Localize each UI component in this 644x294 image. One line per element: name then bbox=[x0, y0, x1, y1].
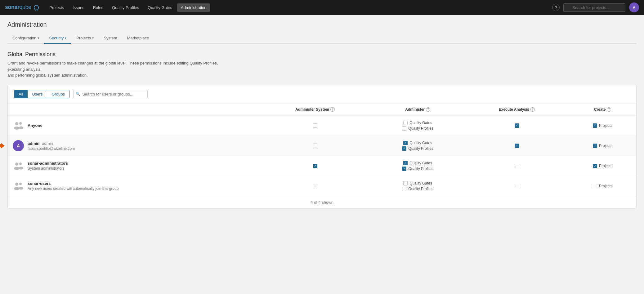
quality-profiles-checkbox-sonar-users[interactable] bbox=[402, 187, 406, 191]
chevron-down-icon: ▾ bbox=[92, 36, 94, 40]
logo[interactable]: sonarqube bbox=[5, 4, 39, 11]
administer-system-checkbox-anyone[interactable] bbox=[313, 123, 317, 128]
nav-right: ? 🔍 A bbox=[552, 2, 639, 12]
execute-analysis-help-icon[interactable]: ? bbox=[530, 107, 535, 112]
svg-point-9 bbox=[15, 183, 18, 186]
filter-button-group: All Users Groups bbox=[14, 90, 69, 98]
content-area: Global Permissions Grant and revoke perm… bbox=[7, 44, 637, 216]
nav-quality-profiles[interactable]: Quality Profiles bbox=[108, 3, 143, 12]
entity-sub: System administrators bbox=[28, 166, 68, 171]
create-cell-sonar-users: Projects bbox=[569, 176, 636, 196]
quality-gates-checkbox-sonar-users[interactable] bbox=[403, 181, 408, 185]
subnav-projects[interactable]: Projects ▾ bbox=[71, 33, 99, 44]
create-projects-checkbox-anyone[interactable] bbox=[593, 123, 597, 128]
help-button[interactable]: ? bbox=[552, 4, 560, 11]
table-row: A admin admin fabian.portillo@wizeline.c… bbox=[8, 136, 636, 156]
administer-help-icon[interactable]: ? bbox=[426, 107, 430, 112]
search-icon: 🔍 bbox=[76, 92, 80, 96]
arrow-indicator bbox=[0, 143, 5, 149]
col-administer-system: Administer System ? bbox=[259, 104, 371, 116]
subnav-system[interactable]: System bbox=[99, 33, 122, 44]
quality-gates-checkbox-admin[interactable] bbox=[403, 141, 408, 145]
filter-groups-button[interactable]: Groups bbox=[47, 90, 69, 98]
quality-profiles-checkbox-admin[interactable] bbox=[402, 146, 406, 151]
subnav-security[interactable]: Security ▾ bbox=[44, 33, 71, 44]
create-cell-admin: Projects bbox=[569, 136, 636, 156]
table-row: sonar-administrators System administrato… bbox=[8, 156, 636, 176]
entity-col-sonar-users: sonar-users Any new users created will a… bbox=[8, 176, 259, 196]
users-groups-search-input[interactable] bbox=[73, 90, 148, 98]
user-avatar[interactable]: A bbox=[629, 2, 639, 12]
administer-system-checkbox-sonar-admins[interactable] bbox=[313, 164, 317, 168]
svg-point-5 bbox=[15, 163, 18, 166]
nav-projects[interactable]: Projects bbox=[46, 3, 68, 12]
group-icon bbox=[13, 120, 24, 131]
subnav: Configuration ▾ Security ▾ Projects ▾ Sy… bbox=[7, 33, 637, 44]
administer-cell-anyone: Quality Gates Quality Profiles bbox=[371, 115, 464, 136]
table-row: sonar-users Any new users created will a… bbox=[8, 176, 636, 196]
entity-name: sonar-users bbox=[28, 181, 119, 186]
entity-email: fabian.portillo@wizeline.com bbox=[28, 146, 75, 151]
administer-system-cell-anyone bbox=[259, 115, 371, 136]
execute-analysis-cell-sonar-users bbox=[464, 176, 569, 196]
svg-point-0 bbox=[15, 122, 18, 125]
execute-analysis-cell-anyone bbox=[464, 115, 569, 136]
administer-system-cell-sonar-admins bbox=[259, 156, 371, 176]
group-icon bbox=[13, 180, 24, 192]
entity-col-sonar-administrators: sonar-administrators System administrato… bbox=[8, 156, 259, 176]
create-projects-checkbox-sonar-admins[interactable] bbox=[593, 164, 597, 168]
page-title: Administration bbox=[7, 21, 637, 28]
quality-profiles-checkbox-anyone[interactable] bbox=[402, 126, 406, 131]
section-description: Grant and revoke permissions to make cha… bbox=[7, 60, 225, 78]
svg-point-2 bbox=[19, 122, 22, 125]
administer-cell-admin: Quality Gates Quality Profiles bbox=[371, 136, 464, 156]
create-cell-anyone: Projects bbox=[569, 115, 636, 136]
nav-administration[interactable]: Administration bbox=[177, 3, 210, 12]
subnav-marketplace[interactable]: Marketplace bbox=[122, 33, 154, 44]
section-title: Global Permissions bbox=[7, 51, 637, 58]
execute-analysis-checkbox-sonar-users[interactable] bbox=[515, 184, 519, 188]
svg-point-10 bbox=[14, 187, 20, 190]
quality-gates-checkbox-anyone[interactable] bbox=[403, 121, 408, 125]
table-toolbar: All Users Groups 🔍 bbox=[8, 85, 636, 104]
svg-point-12 bbox=[19, 187, 23, 189]
group-icon bbox=[13, 160, 24, 172]
global-search-container: 🔍 bbox=[563, 3, 625, 12]
global-search-input[interactable] bbox=[563, 3, 625, 12]
administer-cell-sonar-admins: Quality Gates Quality Profiles bbox=[371, 156, 464, 176]
nav-issues[interactable]: Issues bbox=[69, 3, 88, 12]
entity-name: sonar-administrators bbox=[28, 161, 68, 166]
admin-avatar: A bbox=[13, 140, 24, 151]
svg-point-6 bbox=[14, 167, 20, 170]
create-help-icon[interactable]: ? bbox=[607, 107, 611, 112]
permissions-table: Administer System ? Administer ? bbox=[8, 104, 636, 196]
quality-profiles-checkbox-sonar-admins[interactable] bbox=[402, 167, 406, 171]
filter-all-button[interactable]: All bbox=[14, 90, 28, 98]
administer-system-help-icon[interactable]: ? bbox=[330, 107, 335, 112]
administer-cell-sonar-users: Quality Gates Quality Profiles bbox=[371, 176, 464, 196]
nav-quality-gates[interactable]: Quality Gates bbox=[144, 3, 176, 12]
svg-point-11 bbox=[19, 183, 22, 185]
subnav-configuration[interactable]: Configuration ▾ bbox=[7, 33, 44, 44]
execute-analysis-checkbox-anyone[interactable] bbox=[515, 123, 519, 128]
col-execute-analysis: Execute Analysis ? bbox=[464, 104, 569, 116]
administer-system-checkbox-sonar-users[interactable] bbox=[313, 184, 317, 188]
nav-rules[interactable]: Rules bbox=[89, 3, 107, 12]
permissions-table-card: All Users Groups 🔍 Administer Sy bbox=[7, 85, 637, 209]
entity-col-anyone: Anyone bbox=[8, 115, 259, 136]
execute-analysis-checkbox-admin[interactable] bbox=[515, 144, 519, 148]
filter-users-button[interactable]: Users bbox=[28, 90, 47, 98]
quality-gates-checkbox-sonar-admins[interactable] bbox=[403, 161, 408, 165]
execute-analysis-checkbox-sonar-admins[interactable] bbox=[515, 164, 519, 168]
logo-icon bbox=[33, 5, 39, 11]
top-navigation: sonarqube Projects Issues Rules Quality … bbox=[0, 0, 644, 15]
svg-marker-4 bbox=[0, 143, 5, 149]
create-projects-checkbox-admin[interactable] bbox=[593, 144, 597, 148]
col-administer: Administer ? bbox=[371, 104, 464, 116]
svg-point-8 bbox=[19, 167, 23, 169]
page-container: Administration Configuration ▾ Security … bbox=[0, 15, 644, 222]
create-projects-checkbox-sonar-users[interactable] bbox=[593, 184, 597, 188]
administer-system-checkbox-admin[interactable] bbox=[313, 144, 317, 148]
administer-system-cell-sonar-users bbox=[259, 176, 371, 196]
entity-name: admin bbox=[28, 141, 39, 146]
